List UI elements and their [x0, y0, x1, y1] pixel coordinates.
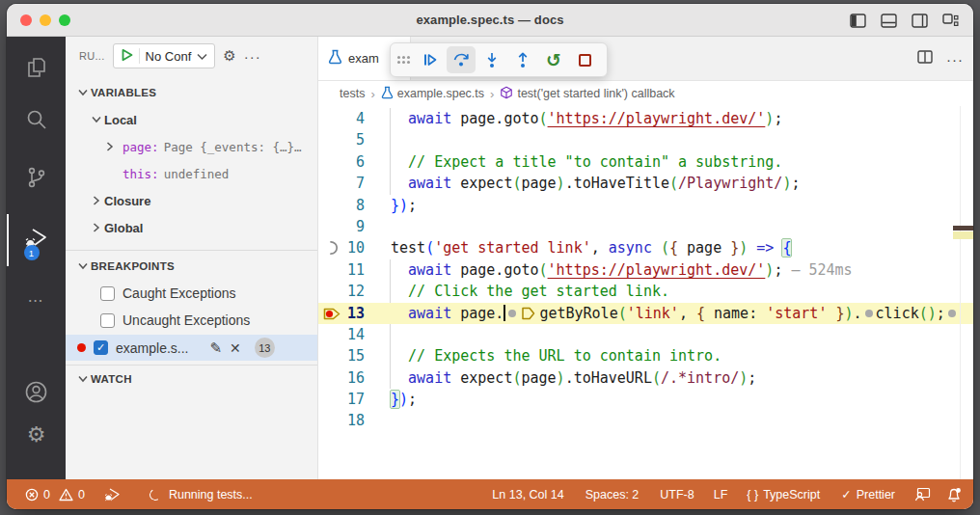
- step-into-button[interactable]: [477, 46, 506, 73]
- gutter[interactable]: 7: [318, 173, 391, 194]
- minimize-window-button[interactable]: [40, 14, 51, 26]
- breadcrumb-folder[interactable]: tests: [340, 87, 365, 100]
- code-area[interactable]: 4 await page.goto('https://playwright.de…: [318, 106, 973, 479]
- eol-setting[interactable]: LF: [707, 488, 735, 501]
- sidebar-item-explorer[interactable]: [7, 56, 66, 85]
- gutter[interactable]: 5: [318, 129, 391, 150]
- gutter[interactable]: 17: [318, 389, 391, 410]
- settings-button[interactable]: ⚙: [7, 420, 66, 449]
- code-line[interactable]: 15 // Expects the URL to contain intro.: [318, 345, 973, 366]
- breakpoint-file-row[interactable]: ✓ example.s... ✎ ✕ 13: [66, 335, 317, 361]
- gutter[interactable]: 9: [318, 216, 391, 237]
- gutter[interactable]: 11: [318, 259, 391, 281]
- toggle-panel-icon[interactable]: [879, 11, 898, 30]
- start-debug-icon[interactable]: [121, 48, 133, 65]
- continue-button[interactable]: [416, 46, 445, 73]
- code-line[interactable]: 8});: [318, 195, 973, 216]
- step-over-button[interactable]: [447, 46, 476, 73]
- watch-section-header[interactable]: WATCH: [66, 369, 317, 389]
- gutter[interactable]: 18: [318, 410, 391, 431]
- remove-breakpoint-icon[interactable]: ✕: [230, 340, 241, 356]
- scope-local[interactable]: Local: [66, 110, 317, 129]
- sidebar-item-source-control[interactable]: [7, 165, 66, 194]
- close-window-button[interactable]: [20, 14, 32, 26]
- code-line[interactable]: 11 await page.goto('https://playwright.d…: [318, 259, 973, 281]
- line-content[interactable]: [391, 129, 973, 150]
- line-content[interactable]: await page.getByRole('link', { name: 'st…: [391, 303, 973, 324]
- code-line[interactable]: 13 await page.getByRole('link', { name: …: [318, 303, 973, 324]
- sidebar-item-more[interactable]: ⋯: [7, 285, 66, 314]
- code-line[interactable]: 17});: [318, 389, 973, 410]
- notifications-button[interactable]: [939, 487, 962, 502]
- line-content[interactable]: // Click the get started link.: [391, 281, 973, 302]
- line-content[interactable]: await page.goto('https://playwright.dev/…: [391, 259, 973, 281]
- editor-more-actions-icon[interactable]: ···: [946, 51, 964, 68]
- breakpoints-section-header[interactable]: BREAKPOINTS: [66, 257, 317, 276]
- scope-closure[interactable]: Closure: [66, 191, 317, 210]
- toggle-primary-sidebar-icon[interactable]: [848, 11, 867, 30]
- line-content[interactable]: await page.goto('https://playwright.dev/…: [391, 108, 973, 129]
- code-line[interactable]: 7 await expect(page).toHaveTitle(/Playwr…: [318, 173, 973, 194]
- customize-layout-icon[interactable]: [940, 11, 960, 30]
- line-content[interactable]: test('get started link', async ({ page }…: [391, 237, 973, 258]
- checkbox-unchecked[interactable]: [100, 313, 115, 328]
- gutter[interactable]: 15: [318, 345, 391, 366]
- breakpoint-uncaught-exceptions[interactable]: Uncaught Exceptions: [66, 310, 317, 331]
- gutter[interactable]: 12: [318, 281, 391, 302]
- edit-breakpoint-icon[interactable]: ✎: [209, 339, 222, 357]
- stop-button[interactable]: [570, 46, 599, 73]
- feedback-button[interactable]: [908, 487, 938, 501]
- code-line[interactable]: 5: [318, 129, 973, 150]
- line-content[interactable]: });: [391, 389, 973, 410]
- formatter-status[interactable]: ✓ Prettier: [834, 487, 902, 501]
- breadcrumb-file[interactable]: example.spec.ts: [381, 86, 484, 102]
- code-line[interactable]: 18: [318, 410, 973, 431]
- step-out-button[interactable]: [508, 46, 537, 73]
- line-content[interactable]: });: [391, 195, 973, 216]
- breakpoint-caught-exceptions[interactable]: Caught Exceptions: [66, 283, 317, 304]
- sidebar-item-run-and-debug[interactable]: 1: [7, 226, 66, 255]
- line-content[interactable]: // Expects the URL to contain intro.: [391, 345, 973, 366]
- gutter[interactable]: 8: [318, 195, 391, 216]
- zoom-window-button[interactable]: [59, 14, 70, 26]
- language-mode[interactable]: { } TypeScript: [740, 488, 827, 501]
- drag-grip-icon[interactable]: [396, 56, 410, 64]
- variables-section-header[interactable]: VARIABLES: [66, 83, 317, 102]
- line-content[interactable]: // Expect a title "to contain" a substri…: [391, 151, 973, 173]
- line-content[interactable]: await expect(page).toHaveTitle(/Playwrig…: [391, 173, 973, 194]
- line-content[interactable]: await expect(page).toHaveURL(/.*intro/);: [391, 367, 973, 389]
- debug-more-actions-icon[interactable]: ···: [244, 48, 261, 65]
- scope-global[interactable]: Global: [66, 218, 317, 237]
- variable-this[interactable]: this: undefined: [66, 164, 317, 183]
- gutter[interactable]: 4: [318, 108, 391, 129]
- launch-config-control[interactable]: No Conf: [113, 43, 216, 68]
- checkbox-checked[interactable]: ✓: [94, 340, 108, 355]
- gutter[interactable]: 6: [318, 151, 391, 173]
- gutter[interactable]: 16: [318, 367, 391, 389]
- restart-button[interactable]: ↺: [539, 46, 568, 73]
- code-line[interactable]: 14: [318, 324, 973, 345]
- code-line[interactable]: 10test('get started link', async ({ page…: [318, 237, 973, 258]
- variable-page[interactable]: page: Page {_events: {…}…: [66, 137, 317, 156]
- code-line[interactable]: 16 await expect(page).toHaveURL(/.*intro…: [318, 367, 973, 389]
- gutter[interactable]: 14: [318, 324, 391, 345]
- debug-session-indicator[interactable]: [97, 479, 127, 509]
- line-content[interactable]: [391, 410, 973, 431]
- line-content[interactable]: [391, 216, 973, 237]
- debug-settings-gear-icon[interactable]: ⚙: [223, 47, 235, 65]
- problems-indicator[interactable]: 0 0: [18, 479, 92, 509]
- code-line[interactable]: 4 await page.goto('https://playwright.de…: [318, 108, 973, 129]
- gutter[interactable]: 10: [318, 237, 391, 258]
- sidebar-item-search[interactable]: [7, 107, 66, 136]
- code-line[interactable]: 12 // Click the get started link.: [318, 281, 973, 302]
- checkbox-unchecked[interactable]: [100, 286, 115, 301]
- line-content[interactable]: [391, 324, 973, 345]
- split-editor-icon[interactable]: [917, 50, 933, 68]
- gutter[interactable]: 13: [318, 303, 391, 324]
- code-line[interactable]: 6 // Expect a title "to contain" a subst…: [318, 151, 973, 173]
- indentation-setting[interactable]: Spaces: 2: [579, 488, 646, 501]
- accounts-button[interactable]: [7, 379, 66, 408]
- running-tests-status[interactable]: Running tests...: [143, 479, 259, 509]
- breadcrumb-symbol[interactable]: test('get started link') callback: [500, 86, 674, 102]
- config-select-value[interactable]: No Conf: [146, 49, 192, 64]
